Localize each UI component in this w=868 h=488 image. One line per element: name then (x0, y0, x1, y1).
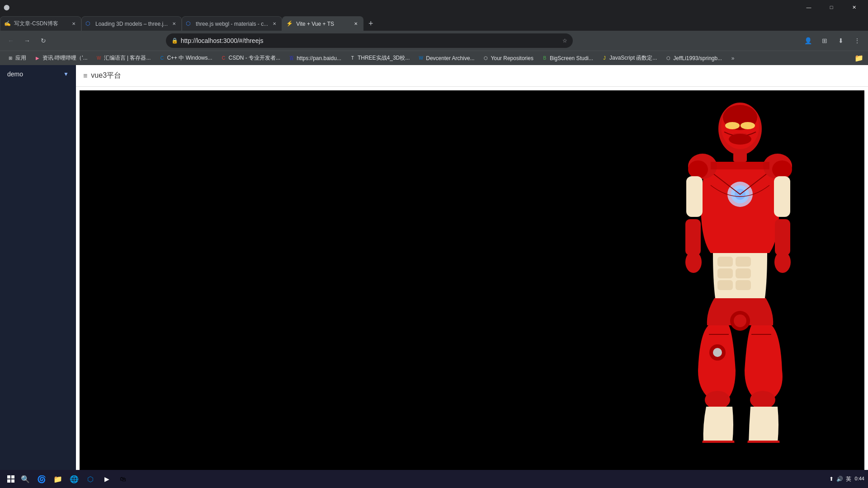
bookmark-devcenter[interactable]: W Devcenter Archive... (414, 53, 478, 64)
svg-point-34 (713, 348, 722, 357)
browser-chrome: ⬤ — □ ✕ ✍ 写文章-CSDN博客 ✕ ⬡ Loading 3D mode… (0, 0, 868, 65)
svg-rect-37 (7, 475, 10, 479)
svg-rect-40 (11, 479, 14, 483)
url-text: http://localhost:3000/#/threejs (181, 37, 560, 44)
bookmarks-overflow-button[interactable]: » (727, 53, 738, 64)
bookmark-apps-label: 应用 (15, 54, 26, 62)
url-bar[interactable]: 🔒 http://localhost:3000/#/threejs ☆ (166, 33, 573, 48)
language-indicator[interactable]: 英 (846, 475, 851, 483)
three-favicon: T (349, 55, 356, 61)
page-title-area: ≡ vue3平台 (83, 71, 121, 80)
star-icon[interactable]: ☆ (562, 38, 567, 44)
cpp-favicon: C (159, 55, 165, 61)
tab-title-vite: Vite + Vue + TS (296, 21, 349, 27)
taskbar-items: 🔍 🌀 📁 🌐 ⬡ ▶ 🛍 (18, 472, 130, 486)
huibian-favicon: W (96, 55, 102, 61)
volume-icon[interactable]: 🔊 (836, 476, 843, 482)
svg-point-19 (685, 251, 702, 273)
devcenter-favicon: W (418, 55, 424, 61)
sidebar-arrow-icon: ▼ (63, 71, 69, 77)
bookmark-apps[interactable]: ⊞ 应用 (4, 53, 30, 64)
tab-close-csdn[interactable]: ✕ (70, 20, 77, 28)
svg-rect-24 (736, 268, 751, 278)
bookmark-csdn-label: CSDN - 专业开发者... (228, 54, 280, 62)
taskbar-terminal[interactable]: ▶ (99, 472, 114, 486)
taskbar-code[interactable]: ⬡ (83, 472, 98, 486)
bookmark-three-label: THREE实战4_3D校... (358, 54, 410, 62)
baidu-favicon: 百 (288, 55, 295, 61)
ironman-svg (665, 99, 810, 443)
bookmark-csdn[interactable]: C CSDN - 专业开发者... (217, 53, 284, 64)
svg-point-28 (734, 314, 746, 327)
minimize-button[interactable]: — (798, 0, 819, 14)
svg-point-30 (750, 391, 775, 409)
profile-icon[interactable]: 👤 (801, 33, 816, 48)
svg-rect-7 (733, 153, 747, 162)
lock-icon: 🔒 (171, 38, 178, 44)
system-tray: ⬆ 🔊 英 (829, 475, 851, 483)
content-area: ≡ vue3平台 (76, 65, 868, 488)
tab-vite[interactable]: ⚡ Vite + Vue + TS ✕ (282, 16, 363, 31)
bookmark-jeffli[interactable]: ⬡ JeffLi1993/springb... (661, 53, 726, 64)
sidebar-title: demo (7, 70, 23, 78)
bookmark-github-repos[interactable]: ⬡ Your Repositories (479, 53, 537, 64)
time-display: 0:44 (855, 475, 864, 482)
window-controls: — □ ✕ (798, 0, 864, 14)
svg-point-20 (774, 251, 791, 273)
sidebar-header[interactable]: demo ▼ (0, 65, 76, 83)
close-button[interactable]: ✕ (844, 0, 864, 14)
bookmark-cpp[interactable]: C C++ 中 Windows... (155, 53, 216, 64)
hamburger-icon: ≡ (83, 72, 87, 80)
tab-bar: ✍ 写文章-CSDN博客 ✕ ⬡ Loading 3D models – thr… (0, 14, 868, 31)
bookmark-cpp-label: C++ 中 Windows... (167, 54, 212, 62)
tab-webgl[interactable]: ⬡ three.js webgl - materials - c... ✕ (182, 16, 282, 31)
tab-close-vite[interactable]: ✕ (352, 20, 359, 28)
bookmarks-folder-button[interactable]: 📁 (854, 53, 864, 64)
bookmark-baidu[interactable]: 百 https://pan.baidu... (285, 53, 345, 64)
tab-favicon-csdn: ✍ (4, 20, 11, 28)
refresh-button[interactable]: ↻ (36, 33, 51, 48)
apps-favicon: ⊞ (7, 55, 14, 61)
bookmark-huibian[interactable]: W 汇编语言 | 客存器... (92, 53, 155, 64)
bookmark-bilibili[interactable]: ▶ 资讯·哔哩哔哩（'... (31, 53, 91, 64)
network-icon[interactable]: ⬆ (829, 476, 834, 482)
taskbar-store[interactable]: 🛍 (116, 472, 130, 486)
bookmark-bigscreen[interactable]: B BigScreen Studi... (538, 53, 597, 64)
bookmarks-bar: ⊞ 应用 ▶ 资讯·哔哩哔哩（'... W 汇编语言 | 客存器... C C+… (0, 51, 868, 65)
3d-viewport[interactable] (80, 90, 864, 484)
svg-rect-26 (736, 280, 751, 290)
bookmark-three[interactable]: T THREE实战4_3D校... (346, 53, 413, 64)
tab-loading3d[interactable]: ⬡ Loading 3D models – three.j... ✕ (81, 16, 182, 31)
taskbar-search[interactable]: 🔍 (18, 472, 33, 486)
svg-point-14 (772, 160, 792, 178)
extensions-icon[interactable]: ⊞ (817, 33, 832, 48)
bookmark-jeffli-label: JeffLi1993/springb... (673, 55, 722, 61)
maximize-button[interactable]: □ (821, 0, 842, 14)
bookmark-github-repos-label: Your Repositories (491, 55, 533, 61)
taskbar-chrome[interactable]: 🌐 (67, 472, 81, 486)
taskbar-clock[interactable]: 0:44 (855, 475, 864, 482)
svg-point-4 (741, 122, 755, 129)
bookmark-huibian-label: 汇编语言 | 客存器... (104, 54, 151, 62)
settings-icon[interactable]: ⋮ (850, 33, 864, 48)
bookmark-javascript-label: JavaScript 函数定... (609, 54, 657, 62)
tab-csdn[interactable]: ✍ 写文章-CSDN博客 ✕ (0, 16, 81, 31)
forward-button[interactable]: → (20, 33, 34, 48)
bookmark-javascript[interactable]: J JavaScript 函数定... (598, 53, 660, 64)
taskbar-cortana[interactable]: 🌀 (34, 472, 49, 486)
bookmark-bigscreen-label: BigScreen Studi... (550, 55, 593, 61)
back-button[interactable]: ← (4, 33, 18, 48)
sidebar: demo ▼ (0, 65, 76, 488)
taskbar: 🔍 🌀 📁 🌐 ⬡ ▶ 🛍 ⬆ 🔊 英 0:44 (0, 470, 868, 488)
tab-close-webgl[interactable]: ✕ (271, 20, 278, 28)
page-title: vue3平台 (91, 71, 121, 80)
download-icon[interactable]: ⬇ (834, 33, 848, 48)
new-tab-button[interactable]: + (363, 16, 378, 31)
taskbar-explorer[interactable]: 📁 (51, 472, 65, 486)
start-button[interactable] (4, 472, 18, 486)
bookmark-bilibili-label: 资讯·哔哩哔哩（'... (42, 54, 88, 62)
bilibili-favicon: ▶ (34, 55, 41, 61)
tab-title-webgl: three.js webgl - materials - c... (196, 21, 268, 27)
svg-rect-15 (686, 176, 703, 217)
tab-close-loading3d[interactable]: ✕ (170, 20, 178, 28)
